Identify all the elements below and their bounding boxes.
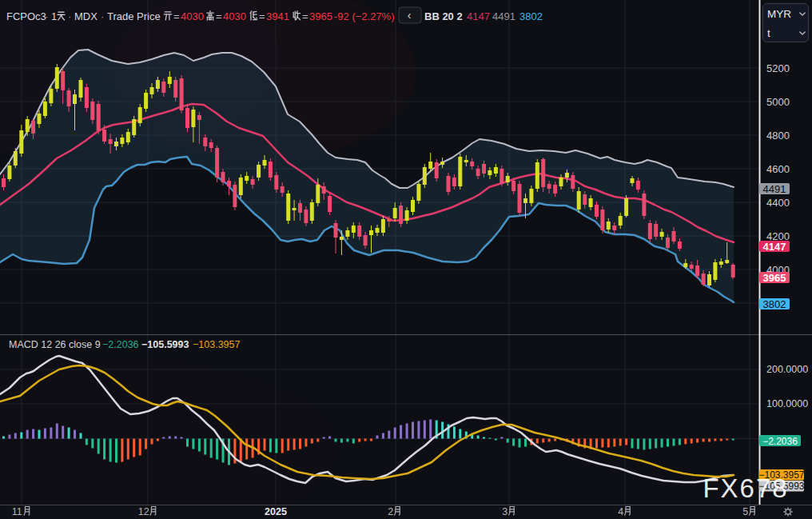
svg-text:Trade Price: Trade Price — [107, 10, 161, 22]
svg-text:3941: 3941 — [266, 10, 289, 22]
svg-text:11: 11 — [12, 506, 22, 517]
svg-text:MYR: MYR — [767, 8, 791, 20]
svg-text:FX678: FX678 — [703, 473, 788, 503]
svg-text:·: · — [45, 10, 48, 22]
svg-text:3965: 3965 — [309, 10, 332, 22]
svg-text:MACD 12 26 close 9: MACD 12 26 close 9 — [9, 339, 101, 350]
svg-text:4: 4 — [618, 506, 623, 517]
svg-text:2: 2 — [388, 506, 393, 517]
svg-text:4800: 4800 — [766, 130, 790, 142]
svg-text:5: 5 — [742, 506, 748, 517]
svg-text:200.0000: 200.0000 — [766, 364, 808, 375]
svg-text:MDX: MDX — [74, 10, 98, 22]
svg-text:3802: 3802 — [763, 298, 786, 310]
svg-text:t: t — [767, 27, 770, 39]
svg-text:=: = — [302, 10, 308, 22]
svg-text:BB 20 2: BB 20 2 — [424, 10, 463, 22]
svg-text:−103.3957: −103.3957 — [193, 339, 240, 350]
svg-text:‹: ‹ — [408, 9, 412, 22]
svg-text:=: = — [259, 10, 265, 22]
svg-text:100.0000: 100.0000 — [766, 398, 808, 409]
svg-text:12: 12 — [138, 506, 149, 517]
svg-text:4400: 4400 — [766, 197, 790, 209]
svg-text:4491: 4491 — [763, 183, 786, 195]
svg-text:4147: 4147 — [467, 10, 490, 22]
svg-text:·: · — [101, 10, 104, 22]
svg-text:4030: 4030 — [223, 10, 246, 22]
svg-text:−105.5993: −105.5993 — [141, 339, 189, 350]
svg-text:1: 1 — [51, 10, 57, 22]
svg-text:FCPOc3: FCPOc3 — [6, 10, 46, 22]
svg-text:3965: 3965 — [763, 272, 786, 284]
svg-text:4147: 4147 — [763, 241, 786, 253]
svg-text:4491: 4491 — [492, 10, 515, 22]
svg-text:−2.2036: −2.2036 — [102, 339, 139, 350]
svg-text:5200: 5200 — [766, 62, 790, 74]
svg-text:2025: 2025 — [265, 506, 287, 517]
svg-text:4600: 4600 — [766, 163, 790, 175]
svg-text:=: = — [216, 10, 222, 22]
svg-text:−2.2036: −2.2036 — [762, 436, 798, 447]
svg-text:3802: 3802 — [519, 10, 543, 22]
svg-text:-92 (−2.27%): -92 (−2.27%) — [334, 10, 395, 22]
svg-text:4030: 4030 — [181, 10, 204, 22]
svg-text:3: 3 — [502, 506, 508, 517]
svg-text:5000: 5000 — [766, 96, 790, 108]
svg-text:=: = — [173, 10, 180, 22]
svg-text:·: · — [68, 10, 71, 22]
